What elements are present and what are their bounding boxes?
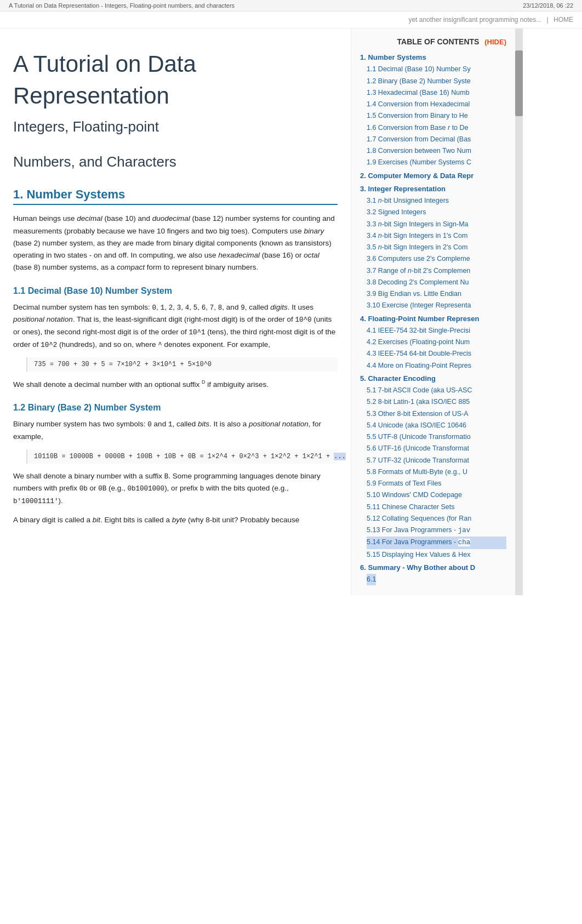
toc-link-2[interactable]: 2. Computer Memory & Data Repr xyxy=(360,172,473,180)
toc-sub-item: 5.7 UTF-32 (Unicode Transformat xyxy=(367,455,506,466)
home-link[interactable]: HOME xyxy=(554,16,573,24)
toc-item-6: 6. Summary - Why Bother about D 6.1 xyxy=(360,562,506,586)
toc-link-4[interactable]: 4. Floating-Point Number Represen xyxy=(360,315,479,323)
toc-sub-item: 3.6 Computers use 2's Compleme xyxy=(367,253,506,265)
top-bar: A Tutorial on Data Representation - Inte… xyxy=(0,0,582,12)
toc-link-5[interactable]: 5. Character Encoding xyxy=(360,374,436,383)
page-title-line1: A Tutorial on Data xyxy=(13,50,338,78)
toc-title-text: TABLE OF CONTENTS xyxy=(397,37,480,46)
toc-sub-item: 1.1 Decimal (Base 10) Number Sy xyxy=(367,64,506,75)
section-1-1-content: Decimal number system has ten symbols: 0… xyxy=(13,301,338,351)
toc-sub-item: 3.1 n-bit Unsigned Integers xyxy=(367,195,506,207)
section-1-2-after2: A binary digit is called a bit. Eight bi… xyxy=(13,514,338,526)
code-block-binary: 10110B = 10000B + 0000B + 100B + 10B + 0… xyxy=(26,449,338,464)
toc-sub-item: 5.10 Windows' CMD Codepage xyxy=(367,489,506,501)
section-1-1-link[interactable]: 1.1 Decimal (Base 10) Number System xyxy=(13,286,172,295)
toc-sub-item: 1.5 Conversion from Binary to He xyxy=(367,110,506,122)
toc-sub-item: 1.4 Conversion from Hexadecimal xyxy=(367,99,506,110)
toc-sub-item: 3.4 n-bit Sign Integers in 1's Com xyxy=(367,230,506,242)
datetime: 23/12/2018, 06 :22 xyxy=(523,2,573,9)
toc-hide-button[interactable]: (HIDE) xyxy=(484,38,506,46)
toc-sub-3: 3.1 n-bit Unsigned Integers 3.2 Signed I… xyxy=(360,195,506,312)
toc-sub-item: 3.3 n-bit Sign Integers in Sign-Ma xyxy=(367,219,506,230)
toc-sub-item: 1.8 Conversion between Two Num xyxy=(367,145,506,157)
toc-sub-item: 5.14 For Java Programmers - cha xyxy=(367,537,506,549)
nav-separator: | xyxy=(547,16,549,24)
toc-title: TABLE OF CONTENTS (HIDE) xyxy=(360,37,506,46)
scrollbar-thumb[interactable] xyxy=(515,50,523,116)
toc-item-3: 3. Integer Representation 3.1 n-bit Unsi… xyxy=(360,183,506,312)
content-area: A Tutorial on Data Representation Intege… xyxy=(0,28,351,595)
toc-sub-5: 5.1 7-bit ASCII Code (aka US-ASC 5.2 8-b… xyxy=(360,385,506,561)
code-block-735: 735 = 700 + 30 + 5 = 7×10^2 + 3×10^1 + 5… xyxy=(26,357,338,372)
toc-link-1[interactable]: 1. Number Systems xyxy=(360,53,426,61)
toc-sub-item: 1.7 Conversion from Decimal (Bas xyxy=(367,134,506,145)
section-1-2-after1: We shall denote a binary number with a s… xyxy=(13,470,338,507)
toc-sub-4: 4.1 IEEE-754 32-bit Single-Precisi 4.2 E… xyxy=(360,325,506,372)
toc-sub-1: 1.1 Decimal (Base 10) Number Sy 1.2 Bina… xyxy=(360,64,506,168)
toc-sub-item: 4.4 More on Floating-Point Repres xyxy=(367,360,506,372)
section-1-1-after: We shall denote a decimal number with an… xyxy=(13,378,338,391)
top-nav: yet another insignificant programming no… xyxy=(0,12,582,28)
toc-sub-item: 3.7 Range of n-bit 2's Complemen xyxy=(367,265,506,277)
toc-item-2: 2. Computer Memory & Data Repr xyxy=(360,170,506,182)
toc-sub-item: 3.2 Signed Integers xyxy=(367,207,506,218)
toc-sub-6: 6.1 xyxy=(360,574,506,585)
toc-item-1: 1. Number Systems 1.1 Decimal (Base 10) … xyxy=(360,52,506,169)
section-1-2-content: Binary number system has two symbols: 0 … xyxy=(13,418,338,443)
toc-sub-item: 5.15 Displaying Hex Values & Hex xyxy=(367,549,506,561)
toc-sub-item: 3.8 Decoding 2's Complement Nu xyxy=(367,277,506,288)
toc-sub-item: 5.12 Collating Sequences (for Ran xyxy=(367,513,506,524)
toc-sidebar: TABLE OF CONTENTS (HIDE) 1. Number Syste… xyxy=(351,28,515,595)
section-1-1: 1.1 Decimal (Base 10) Number System Deci… xyxy=(13,286,338,391)
page-subtitle-line2: Numbers, and Characters xyxy=(13,153,338,172)
toc-sub-item: 4.2 Exercises (Floating-point Num xyxy=(367,336,506,348)
toc-sub-item: 5.8 Formats of Multi-Byte (e.g., U xyxy=(367,466,506,478)
toc-sub-item: 3.10 Exercise (Integer Representa xyxy=(367,300,506,311)
section-1-heading: 1. Number Systems xyxy=(13,187,338,205)
page-title-line2: Representation xyxy=(13,82,338,110)
page-title-block: A Tutorial on Data Representation Intege… xyxy=(13,50,338,171)
section-1-2-link[interactable]: 1.2 Binary (Base 2) Number System xyxy=(13,403,161,412)
section-1-intro: Human beings use decimal (base 10) and d… xyxy=(13,213,338,273)
toc-sub-item: 5.11 Chinese Character Sets xyxy=(367,501,506,513)
toc-item-4: 4. Floating-Point Number Represen 4.1 IE… xyxy=(360,313,506,372)
main-layout: A Tutorial on Data Representation Intege… xyxy=(0,28,582,595)
toc-sub-item: 5.3 Other 8-bit Extension of US-A xyxy=(367,408,506,420)
toc-sub-item: 5.9 Formats of Text Files xyxy=(367,478,506,489)
toc-sub-item: 6.1 xyxy=(367,574,506,585)
toc-sub-item: 5.2 8-bit Latin-1 (aka ISO/IEC 885 xyxy=(367,396,506,408)
toc-sub-item: 4.3 IEEE-754 64-bit Double-Precis xyxy=(367,348,506,360)
toc-sub-item: 5.5 UTF-8 (Unicode Transformatio xyxy=(367,431,506,443)
section-1-2-heading: 1.2 Binary (Base 2) Number System xyxy=(13,403,338,413)
section-1-1-heading: 1.1 Decimal (Base 10) Number System xyxy=(13,286,338,296)
site-nav-link[interactable]: yet another insignificant programming no… xyxy=(408,16,541,24)
page-subtitle-line1: Integers, Floating-point xyxy=(13,118,338,136)
toc-sub-item: 1.6 Conversion from Base r to De xyxy=(367,122,506,134)
toc-sub-item: 3.5 n-bit Sign Integers in 2's Com xyxy=(367,242,506,253)
toc-sub-item: 3.9 Big Endian vs. Little Endian xyxy=(367,288,506,300)
toc-link-3[interactable]: 3. Integer Representation xyxy=(360,185,446,193)
section-1-2: 1.2 Binary (Base 2) Number System Binary… xyxy=(13,403,338,526)
tab-title: A Tutorial on Data Representation - Inte… xyxy=(9,2,235,9)
section-1: 1. Number Systems Human beings use decim… xyxy=(13,187,338,526)
toc-sub-item: 5.4 Unicode (aka ISO/IEC 10646 xyxy=(367,420,506,431)
toc-sub-item: 5.6 UTF-16 (Unicode Transformat xyxy=(367,443,506,454)
toc-sub-item: 4.1 IEEE-754 32-bit Single-Precisi xyxy=(367,325,506,336)
toc-item-5: 5. Character Encoding 5.1 7-bit ASCII Co… xyxy=(360,373,506,561)
toc-list: 1. Number Systems 1.1 Decimal (Base 10) … xyxy=(360,52,506,585)
toc-sub-item: 1.2 Binary (Base 2) Number Syste xyxy=(367,76,506,87)
toc-sub-item: 5.1 7-bit ASCII Code (aka US-ASC xyxy=(367,385,506,396)
toc-sub-item: 5.13 For Java Programmers - jav xyxy=(367,524,506,537)
scrollbar-track[interactable] xyxy=(515,28,523,595)
section-1-link[interactable]: 1. Number Systems xyxy=(13,187,125,201)
toc-sub-item: 1.9 Exercises (Number Systems C xyxy=(367,157,506,168)
toc-sub-item: 1.3 Hexadecimal (Base 16) Numb xyxy=(367,87,506,99)
toc-link-6[interactable]: 6. Summary - Why Bother about D xyxy=(360,563,475,572)
